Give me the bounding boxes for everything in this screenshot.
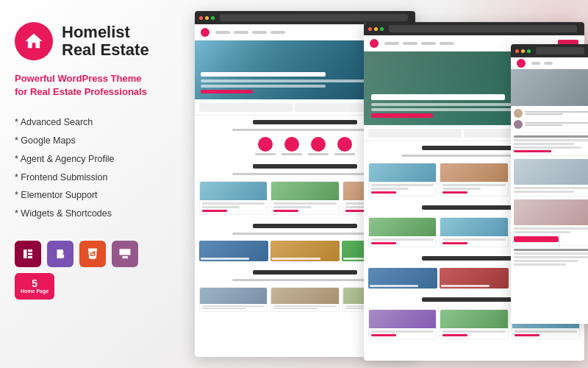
featured-line: [202, 305, 265, 307]
detail-hero: [511, 69, 588, 106]
card-price: [514, 334, 539, 336]
nav-item: [440, 42, 454, 45]
close-dot: [515, 49, 519, 53]
card-body: [440, 182, 507, 196]
detail-line: [514, 139, 588, 141]
svg-point-5: [126, 257, 128, 258]
secondary-image: [514, 199, 588, 225]
svg-rect-0: [24, 250, 27, 258]
card-line: [371, 184, 434, 186]
site-nav: [511, 57, 588, 69]
feature-item: * Elementor Support: [15, 186, 184, 205]
desc-line: [514, 252, 588, 255]
html5-badge: [79, 241, 106, 267]
card-price: [371, 191, 396, 194]
latest-card: [440, 309, 508, 339]
hero-subtitle: [201, 79, 368, 82]
card-image: [271, 182, 338, 200]
feature-label: [282, 153, 302, 155]
bootstrap-badge: [47, 241, 74, 267]
card-image: [440, 310, 507, 328]
address-bar: [389, 25, 577, 32]
svg-rect-1: [28, 250, 32, 252]
card-image: [369, 218, 436, 236]
section-subtitle: [232, 279, 379, 281]
featured-card: [199, 287, 268, 312]
featured-body: [271, 304, 338, 311]
location-label: [370, 285, 418, 287]
address-bar: [536, 47, 584, 54]
browser-chrome: [511, 44, 588, 57]
card-image: [369, 310, 436, 328]
logo-subtitle: Real Estate: [62, 41, 149, 59]
location-item: [368, 268, 437, 289]
detail-line: [514, 191, 574, 193]
logo-text: Homelist Real Estate: [62, 24, 149, 59]
svg-point-4: [123, 257, 124, 258]
detail-line: [514, 187, 588, 189]
section-subtitle: [232, 173, 379, 175]
nav-logo: [370, 39, 379, 48]
featured-body: [200, 304, 267, 311]
feature-icon: [311, 137, 326, 152]
location-label: [201, 258, 249, 260]
feature-label: [255, 153, 276, 155]
section-title: [514, 135, 588, 138]
card-price: [442, 242, 467, 244]
nav-item: [544, 62, 553, 65]
property-card: [270, 181, 339, 215]
minimize-dot: [521, 49, 525, 53]
card-body: [271, 200, 338, 214]
close-dot: [368, 27, 372, 31]
interior-image: [514, 159, 588, 185]
deal-card: [368, 217, 437, 247]
section-title: [253, 120, 357, 124]
search-field: [368, 129, 462, 138]
card-price: [371, 334, 396, 336]
property-card: [440, 163, 508, 197]
agent-info: [514, 109, 588, 118]
card-line: [514, 330, 577, 333]
feature-icon-item: [334, 137, 355, 155]
card-line: [442, 188, 480, 190]
feature-label: [334, 153, 355, 155]
card-subtitle-line: [202, 206, 240, 208]
property-card: [199, 181, 268, 215]
card-image: [440, 218, 507, 236]
card-image: [200, 182, 267, 200]
property-details-section: [514, 132, 588, 152]
agent-title-line: [525, 113, 563, 115]
card-price: [442, 334, 467, 336]
hero-title: [201, 72, 326, 77]
featured-line: [273, 305, 336, 307]
card-line: [371, 238, 434, 241]
card-title-line: [202, 202, 265, 205]
feature-label: [308, 153, 329, 155]
desc-line: [514, 256, 588, 258]
agent-name-line: [525, 111, 588, 113]
hero-sub-line-2: [371, 108, 515, 111]
screenshots-area: [187, 0, 588, 368]
card-price: [273, 210, 298, 212]
nav-item: [531, 62, 540, 65]
feature-icon: [337, 137, 352, 152]
feature-icon: [284, 137, 299, 152]
woocommerce-badge: [112, 241, 138, 267]
minimize-dot: [374, 27, 378, 31]
card-price: [442, 191, 467, 194]
location-item: [270, 241, 340, 261]
featured-card: [270, 287, 339, 312]
svg-rect-3: [28, 256, 32, 258]
secondary-image-section: [514, 196, 588, 242]
detail-content: [511, 106, 588, 270]
agent-name-line: [525, 122, 588, 124]
section-subtitle: [232, 129, 379, 131]
nav-item: [403, 42, 417, 45]
feature-icon-item: [255, 137, 276, 155]
feature-item: * Widgets & Shortcodes: [15, 205, 184, 223]
detail-line: [514, 143, 574, 145]
contact-button: [514, 236, 559, 242]
maximize-dot: [380, 27, 384, 31]
featured-line: [202, 308, 246, 309]
close-dot: [199, 16, 203, 20]
